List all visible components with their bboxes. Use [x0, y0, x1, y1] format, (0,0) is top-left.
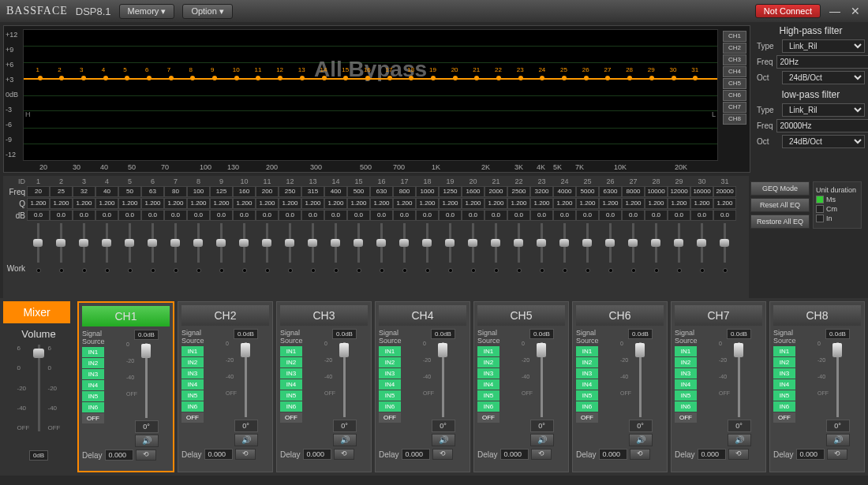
eq-band-enable[interactable] [425, 268, 430, 273]
eq-band-slider[interactable] [724, 223, 726, 263]
channel-select-button[interactable]: CH3 [280, 305, 368, 326]
eq-freq-input[interactable]: 20 [27, 186, 50, 197]
eq-band-enable[interactable] [174, 268, 178, 273]
input-select-IN1[interactable]: IN1 [576, 346, 598, 356]
eq-band-slider[interactable] [609, 223, 612, 263]
phase-button[interactable]: 0° [333, 420, 357, 432]
eq-q-input[interactable]: 1.200 [210, 198, 233, 209]
input-select-IN2[interactable]: IN2 [181, 357, 204, 367]
eq-point[interactable]: 20 [453, 76, 458, 80]
eq-point[interactable]: 29 [649, 76, 654, 80]
eq-db-input[interactable]: 0.0 [256, 210, 279, 221]
eq-q-input[interactable]: 1.200 [324, 198, 347, 209]
delay-value[interactable]: 0.000 [500, 449, 529, 460]
eq-point[interactable]: 24 [540, 76, 544, 80]
unit-in-checkbox[interactable] [816, 215, 824, 222]
minimize-icon[interactable]: — [829, 5, 841, 17]
eq-point[interactable]: 14 [322, 76, 327, 80]
eq-band-enable[interactable] [59, 268, 64, 273]
input-select-IN6[interactable]: IN6 [379, 401, 401, 412]
eq-q-input[interactable]: 1.200 [668, 198, 690, 209]
phase-button[interactable]: 0° [826, 420, 850, 432]
eq-band-enable[interactable] [357, 268, 361, 273]
graph-channel-toggle[interactable]: CH8 [723, 114, 746, 125]
input-select-IN1[interactable]: IN1 [477, 346, 499, 356]
eq-band-slider[interactable] [197, 223, 200, 263]
eq-db-input[interactable]: 0.0 [73, 210, 95, 221]
delay-value[interactable]: 0.000 [599, 449, 627, 460]
link-button[interactable]: ⟲ [728, 449, 749, 460]
eq-freq-input[interactable]: 800 [393, 186, 416, 197]
input-select-IN4[interactable]: IN4 [280, 379, 302, 390]
eq-q-input[interactable]: 1.200 [485, 198, 507, 209]
eq-db-input[interactable]: 0.0 [713, 210, 736, 221]
eq-band-enable[interactable] [151, 268, 155, 273]
graph-channel-toggle[interactable]: CH3 [723, 54, 746, 65]
input-off-button[interactable]: OFF [477, 412, 499, 423]
eq-band-enable[interactable] [265, 268, 270, 273]
eq-point[interactable]: 19 [431, 76, 436, 80]
eq-q-input[interactable]: 1.200 [279, 198, 301, 209]
master-volume-slider[interactable]: 60-20-40OFF 60-20-40OFF [3, 345, 74, 447]
eq-band-slider[interactable] [541, 223, 543, 263]
eq-freq-input[interactable]: 16000 [690, 186, 713, 197]
input-select-IN3[interactable]: IN3 [82, 369, 104, 379]
input-select-IN5[interactable]: IN5 [576, 390, 598, 401]
close-icon[interactable]: ✕ [849, 5, 862, 17]
input-off-button[interactable]: OFF [181, 412, 204, 423]
eq-band-enable[interactable] [471, 268, 476, 273]
eq-point[interactable]: 3 [81, 76, 86, 80]
input-select-IN3[interactable]: IN3 [477, 368, 499, 379]
channel-fader[interactable] [442, 342, 444, 417]
eq-band-enable[interactable] [105, 268, 110, 273]
eq-q-input[interactable]: 1.200 [301, 198, 324, 209]
eq-band-slider[interactable] [655, 223, 657, 263]
channel-select-button[interactable]: CH1 [82, 306, 170, 326]
delay-value[interactable]: 0.000 [105, 450, 133, 461]
eq-db-input[interactable]: 0.0 [553, 210, 576, 221]
eq-q-input[interactable]: 1.200 [690, 198, 713, 209]
delay-value[interactable]: 0.000 [303, 449, 331, 460]
eq-q-input[interactable]: 1.200 [530, 198, 553, 209]
eq-point[interactable]: 30 [672, 76, 676, 80]
eq-point[interactable]: 25 [562, 76, 567, 80]
eq-band-slider[interactable] [129, 223, 131, 263]
eq-db-input[interactable]: 0.0 [439, 210, 462, 221]
channel-select-button[interactable]: CH4 [379, 305, 466, 326]
eq-point[interactable]: 17 [387, 76, 392, 80]
phase-button[interactable]: 0° [135, 420, 159, 433]
input-select-IN6[interactable]: IN6 [576, 401, 598, 412]
lp-type-select[interactable]: Link_Ril [782, 103, 865, 117]
channel-select-button[interactable]: CH8 [773, 305, 861, 326]
eq-point[interactable]: 5 [125, 76, 129, 80]
eq-band-slider[interactable] [449, 223, 451, 263]
eq-band-slider[interactable] [380, 223, 383, 263]
eq-freq-input[interactable]: 1000 [416, 186, 439, 197]
input-select-IN6[interactable]: IN6 [82, 402, 104, 412]
graph-channel-toggle[interactable]: CH1 [723, 31, 746, 42]
eq-point[interactable]: 26 [584, 76, 589, 80]
restore-eq-button[interactable]: Restore All EQ [750, 215, 810, 229]
link-button[interactable]: ⟲ [235, 449, 256, 460]
eq-band-slider[interactable] [403, 223, 406, 263]
eq-band-slider[interactable] [83, 223, 85, 263]
input-select-IN3[interactable]: IN3 [773, 368, 795, 379]
link-button[interactable]: ⟲ [136, 450, 156, 461]
eq-db-input[interactable]: 0.0 [141, 210, 164, 221]
channel-fader[interactable] [836, 342, 839, 417]
geq-mode-button[interactable]: GEQ Mode [750, 181, 810, 196]
input-select-IN1[interactable]: IN1 [181, 346, 204, 356]
eq-band-slider[interactable] [586, 223, 589, 263]
eq-band-slider[interactable] [152, 223, 154, 263]
eq-band-enable[interactable] [288, 268, 293, 273]
graph-channel-toggle[interactable]: CH5 [723, 78, 746, 89]
link-button[interactable]: ⟲ [531, 449, 552, 460]
mute-button[interactable]: 🔊 [826, 434, 850, 446]
eq-freq-input[interactable]: 1600 [462, 186, 485, 197]
eq-freq-input[interactable]: 40 [95, 186, 118, 197]
eq-band-enable[interactable] [517, 268, 522, 273]
input-off-button[interactable]: OFF [379, 412, 401, 423]
eq-band-slider[interactable] [174, 223, 177, 263]
eq-band-enable[interactable] [196, 268, 201, 273]
eq-freq-input[interactable]: 2000 [485, 186, 507, 197]
